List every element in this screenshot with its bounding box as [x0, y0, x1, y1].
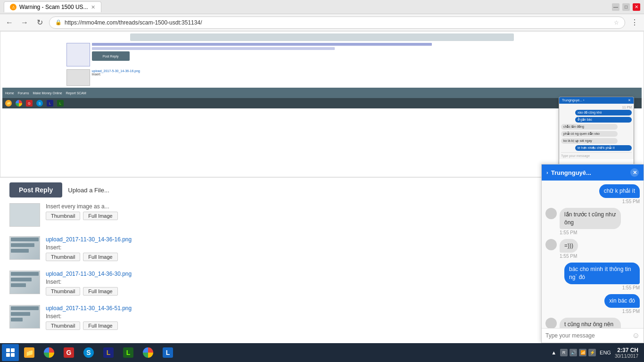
minimize-button[interactable]: — [612, 3, 619, 11]
chat-bubble-3: =))) [560, 239, 578, 253]
upload-thumb-2 [9, 271, 40, 294]
bookmark-star-icon[interactable]: ☆ [614, 19, 619, 26]
post-reply-button[interactable]: Post Reply [9, 182, 62, 197]
nested-msg-2: ở gần bác [575, 117, 632, 123]
url-bar[interactable]: 🔒 https://mmo4me.com/threads/scam-1500-u… [49, 16, 625, 29]
chat-expand-icon[interactable]: › [546, 170, 548, 175]
taskbar-blue-button[interactable]: L [158, 344, 177, 361]
nested-nav-forums: Forums [18, 91, 29, 95]
taskbar-game-button[interactable]: G [59, 344, 78, 361]
tab-favicon: ⚠ [10, 4, 17, 10]
nested-msg-5: ko là bị ụp sát ngay [561, 138, 618, 144]
nested-chat-close: ✕ [628, 99, 631, 102]
url-text: https://mmo4me.com/threads/scam-1500-usd… [65, 19, 202, 26]
taskbar-lol-button[interactable]: L [99, 344, 118, 361]
upload-file-button[interactable]: Upload a File... [68, 187, 109, 194]
taskbar-date-value: 30/11/2017 [615, 354, 638, 359]
maximize-button[interactable]: □ [622, 3, 630, 11]
chat-input-area: ☺ [542, 328, 644, 343]
lol-icon: L [103, 347, 114, 358]
forward-button[interactable]: → [19, 17, 30, 28]
window-controls: — □ ✕ [612, 3, 640, 11]
taskbar-up-arrow-icon[interactable]: ▲ [551, 350, 556, 355]
taskbar-lol2-button[interactable]: L [119, 344, 138, 361]
chat-message-4: bác cho mình ít thông tin ng` đó 1:55 PM [564, 263, 640, 290]
upload-thumb-1 [9, 236, 40, 260]
taskbar-language: ENG [600, 350, 611, 355]
close-button[interactable]: ✕ [633, 3, 640, 11]
upload-thumb-all [9, 203, 40, 227]
nested-nav-make-money: Make Money Online [33, 91, 62, 95]
chat-close-button[interactable]: ✕ [630, 168, 639, 177]
chat-emoji-button[interactable]: ☺ [632, 331, 640, 340]
chat-avatar-6 [545, 318, 557, 328]
browser-titlebar: ⚠ Warning - Scam 1500 US... ✕ — □ ✕ [0, 0, 644, 14]
chat-panel: › Trungnguyê... ✕ chữ k phải ít 1:55 PM … [541, 164, 644, 343]
chat-time-4: 1:55 PM [622, 285, 640, 290]
taskbar-chrome2-button[interactable] [139, 344, 157, 361]
folder-icon: 📁 [24, 347, 34, 358]
thumbnail-all-button[interactable]: Thumbnail [46, 212, 80, 220]
full-image-button-1[interactable]: Full Image [83, 253, 117, 261]
chat-avatar-2 [545, 208, 557, 219]
tab-title: Warning - Scam 1500 US... [19, 4, 88, 10]
chat-message-6: t cũng như ông nên biết 1:56 PM [545, 318, 621, 328]
refresh-button[interactable]: ↻ [34, 17, 45, 28]
sys-icon-1: R [560, 349, 568, 356]
tab-close-button[interactable]: ✕ [91, 4, 95, 10]
taskbar-skype-button[interactable]: S [79, 344, 98, 361]
taskbar-folder-button[interactable]: 📁 [20, 344, 39, 361]
content-area: Post Reply upload_2017-5-30_14-36-16.png… [0, 31, 644, 343]
blue-app-icon: L [163, 347, 173, 358]
nested-msg-6: tè hơn nhiều chữ k phải ít [575, 145, 632, 151]
nested-chat-input: Type your message [561, 154, 632, 157]
nested-nav-bar: Home Forums Make Money Online Report SCA… [2, 88, 642, 98]
address-bar: ← → ↻ 🔒 https://mmo4me.com/threads/scam-… [0, 14, 644, 31]
sys-icon-4: ⚡ [588, 349, 596, 356]
chat-bubble-4: bác cho mình ít thông tin ng` đó [564, 263, 640, 284]
chat-message-3: =))) 1:55 PM [545, 239, 578, 259]
taskbar-time-value: 2:37 CH [615, 347, 638, 354]
upload-thumb-3 [9, 305, 40, 329]
sys-icon-2: 🔊 [570, 349, 577, 356]
chat-time-2: 1:55 PM [560, 230, 621, 235]
skype-icon: S [83, 347, 94, 358]
chat-message-input[interactable] [545, 332, 629, 339]
thumbnail-button-3[interactable]: Thumbnail [46, 321, 80, 330]
full-image-button-3[interactable]: Full Image [83, 321, 117, 330]
chat-messages-list: chữ k phải ít 1:55 PM lần trước t cũng n… [542, 181, 644, 328]
windows-logo-icon [6, 348, 15, 357]
full-image-all-button[interactable]: Full Image [83, 212, 117, 220]
nested-nav-home: Home [5, 91, 14, 95]
chat-bubble-5: xin bác đó [604, 294, 640, 308]
chat-contact-name: Trungnguyê... [551, 169, 630, 176]
nested-chat-header-name: Trungnguye... › [562, 99, 584, 102]
lol2-icon: L [123, 347, 133, 358]
back-button[interactable]: ← [4, 17, 15, 28]
browser-tab[interactable]: ⚠ Warning - Scam 1500 US... ✕ [4, 1, 101, 12]
taskbar-system-tray: ▲ R 🔊 📶 ⚡ ENG 2:37 CH 30/11/2017 [551, 347, 642, 359]
nested-msg-3: chắc lần đồng [561, 124, 618, 130]
chat-header: › Trungnguyê... ✕ [542, 165, 644, 181]
full-image-button-2[interactable]: Full Image [83, 287, 117, 296]
game-icon: G [64, 347, 74, 358]
chat-time-5: 1:55 PM [622, 309, 640, 314]
chat-time-3: 1:55 PM [560, 254, 578, 259]
taskbar-chrome-button[interactable] [40, 344, 58, 361]
chat-message-1: chữ k phải ít 1:55 PM [599, 184, 640, 204]
nested-screenshot: Post Reply upload_2017-5-30_14-36-16.png… [0, 31, 644, 177]
taskbar-clock: 2:37 CH 30/11/2017 [615, 347, 638, 359]
nested-post-reply: Post Reply [103, 55, 119, 58]
thumbnail-button-2[interactable]: Thumbnail [46, 287, 80, 296]
chat-bubble-6: t cũng như ông nên biết [560, 318, 621, 328]
taskbar: 📁 G S L L L ▲ R 🔊 📶 ⚡ ENG 2:37 CH 30/11/… [0, 343, 644, 362]
nested-msg-1: xào đồ cũng khó [575, 110, 632, 115]
chat-message-5: xin bác đó 1:55 PM [604, 294, 640, 314]
nested-nav-report: Report SCAM [66, 91, 86, 95]
chat-message-2: lần trước t cũng như ông 1:55 PM [545, 208, 621, 236]
chrome-icon [44, 347, 54, 358]
start-button[interactable] [2, 344, 19, 361]
browser-menu-button[interactable]: ⋮ [629, 17, 640, 28]
nested-upload-label: upload_2017-5-30_14-36-16.png [92, 69, 140, 73]
thumbnail-button-1[interactable]: Thumbnail [46, 253, 80, 261]
